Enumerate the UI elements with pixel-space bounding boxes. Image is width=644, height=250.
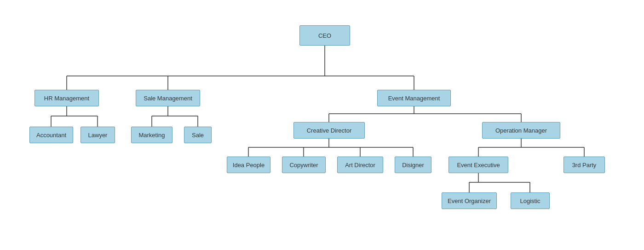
event-mgmt-node: Event Management xyxy=(377,90,451,106)
event-exec-node: Event Executive xyxy=(448,157,508,173)
sale-mgmt-node: Sale Management xyxy=(136,90,200,106)
marketing-node: Marketing xyxy=(131,127,172,143)
event-organizer-node: Event Organizer xyxy=(442,192,497,209)
idea-people-node: Idea People xyxy=(227,157,270,173)
logistic-node: Logistic xyxy=(511,192,550,209)
creative-dir-node: Creative Director xyxy=(293,122,365,139)
sale-node: Sale xyxy=(184,127,212,143)
lawyer-node: Lawyer xyxy=(80,127,115,143)
ceo-node: CEO xyxy=(299,25,350,46)
op-mgr-node: Operation Manager xyxy=(482,122,560,139)
disigner-node: Disigner xyxy=(395,157,431,173)
org-chart: CEO HR Management Sale Management Event … xyxy=(0,0,644,250)
hr-mgmt-node: HR Management xyxy=(34,90,99,106)
accountant-node: Accountant xyxy=(29,127,73,143)
third-party-node: 3rd Party xyxy=(564,157,605,173)
art-director-node: Art Director xyxy=(337,157,383,173)
copywriter-node: Copywriter xyxy=(282,157,326,173)
